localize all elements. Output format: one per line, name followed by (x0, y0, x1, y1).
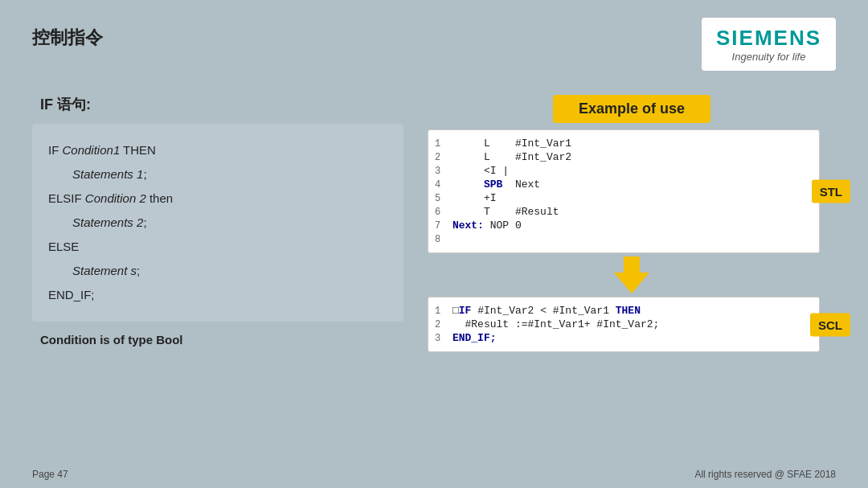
stl-linenum-6: 6 (435, 207, 452, 218)
stl-row-5: 5 +I (428, 191, 819, 205)
page-title: 控制指令 (32, 26, 103, 50)
code-line-1: IF Condition1 THEN (48, 138, 387, 162)
arrow-shaft (624, 256, 640, 273)
stl-row-2: 2 L #Int_Var2 (428, 150, 819, 164)
stl-linenum-8: 8 (435, 234, 452, 245)
stl-linenum-3: 3 (435, 166, 452, 177)
scl-linenum-1: 1 (435, 306, 452, 317)
stl-code-5: +I (452, 192, 497, 204)
scl-linenum-3: 3 (435, 333, 452, 344)
code-line-7: END_IF; (48, 283, 387, 307)
stl-row-1: 1 L #Int_Var1 (428, 137, 819, 150)
down-arrow (614, 256, 649, 293)
copyright: All rights reserved @ SFAE 2018 (694, 469, 836, 480)
right-panel: Example of use 1 L #Int_Var1 2 L #Int_Va… (428, 95, 836, 352)
brand-name: SIEMENS (716, 26, 821, 51)
tagline: Ingenuity for life (732, 51, 806, 63)
condition-note: Condition is of type Bool (32, 333, 403, 347)
stl-row-4: 4 SPB Next (428, 178, 819, 191)
stl-code-3: <I | (452, 165, 509, 177)
arrow-head (614, 273, 649, 293)
example-label: Example of use (553, 95, 710, 123)
scl-code-editor: 1 □IF #Int_Var2 < #Int_Var1 THEN 2 #Resu… (428, 297, 820, 352)
stl-code-1: L #Int_Var1 (452, 137, 571, 150)
stl-container: 1 L #Int_Var1 2 L #Int_Var2 3 <I | 4 SPB… (428, 129, 836, 253)
stl-code-8 (452, 233, 459, 245)
scl-container: 1 □IF #Int_Var2 < #Int_Var1 THEN 2 #Resu… (428, 297, 836, 352)
scl-code-2: #Result :=#Int_Var1+ #Int_Var2; (452, 318, 659, 330)
stl-code-7: Next: NOP 0 (452, 219, 522, 232)
scl-row-3: 3 END_IF; (428, 331, 819, 345)
stl-row-6: 6 T #Result (428, 205, 819, 219)
stl-linenum-1: 1 (435, 138, 452, 150)
header: 控制指令 SIEMENS Ingenuity for life (0, 0, 868, 71)
stl-code-6: T #Result (452, 206, 559, 218)
stl-linenum-2: 2 (435, 152, 452, 163)
code-line-2: Statements 1; (48, 162, 387, 187)
code-line-3: ELSIF Condition 2 then (48, 187, 387, 211)
main-content: IF 语句: IF Condition1 THEN Statements 1; … (0, 79, 868, 352)
left-panel: IF 语句: IF Condition1 THEN Statements 1; … (32, 95, 403, 352)
stl-code-4: SPB Next (452, 178, 540, 191)
stl-row-3: 3 <I | (428, 164, 819, 178)
stl-row-8: 8 (428, 232, 819, 246)
scl-badge: SCL (810, 313, 850, 336)
scl-row-2: 2 #Result :=#Int_Var1+ #Int_Var2; (428, 318, 819, 331)
if-code-block: IF Condition1 THEN Statements 1; ELSIF C… (32, 124, 403, 322)
scl-code-1: □IF #Int_Var2 < #Int_Var1 THEN (452, 305, 641, 317)
code-line-5: ELSE (48, 235, 387, 259)
if-statement-title: IF 语句: (32, 95, 403, 114)
stl-linenum-5: 5 (435, 193, 452, 204)
code-line-6: Statement s; (48, 259, 387, 283)
stl-linenum-4: 4 (435, 179, 452, 191)
footer: Page 47 All rights reserved @ SFAE 2018 (0, 469, 868, 480)
stl-badge: STL (812, 180, 850, 203)
siemens-logo: SIEMENS Ingenuity for life (702, 18, 836, 71)
stl-code-2: L #Int_Var2 (452, 151, 571, 163)
page-number: Page 47 (32, 469, 68, 480)
code-line-4: Statements 2; (48, 211, 387, 235)
stl-linenum-7: 7 (435, 220, 452, 232)
scl-code-3: END_IF; (452, 332, 497, 344)
scl-row-1: 1 □IF #Int_Var2 < #Int_Var1 THEN (428, 304, 819, 318)
stl-code-editor: 1 L #Int_Var1 2 L #Int_Var2 3 <I | 4 SPB… (428, 129, 820, 253)
stl-row-7: 7 Next: NOP 0 (428, 219, 819, 232)
scl-linenum-2: 2 (435, 319, 452, 330)
